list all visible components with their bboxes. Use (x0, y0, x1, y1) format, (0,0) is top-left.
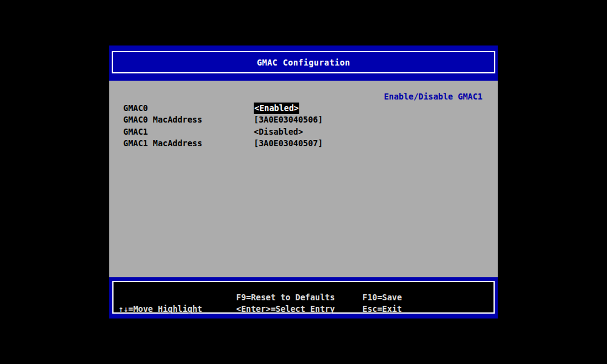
menu-item-value-selected[interactable]: <Enabled> (254, 103, 299, 114)
menu-item-label: GMAC0 (123, 103, 254, 114)
hotkey-bar: F9=Reset to Defaults F10=Save ↑↓=Move Hi… (109, 277, 498, 318)
menu-item-label: GMAC1 MacAddress (123, 138, 254, 149)
menu-item-gmac1-macaddress[interactable]: GMAC1 MacAddress [3A0E03040507] (123, 138, 323, 149)
hotkey-move-highlight: ↑↓=Move Highlight (118, 303, 202, 315)
title-bar: GMAC Configuration (109, 46, 498, 81)
hotkey-select-entry: <Enter>=Select Entry (236, 303, 335, 315)
menu-item-gmac0-macaddress[interactable]: GMAC0 MacAddress [3A0E03040506] (123, 114, 323, 126)
menu-item-label: GMAC1 (123, 126, 254, 138)
hotkey-reset-defaults: F9=Reset to Defaults (236, 292, 335, 303)
title-border-box: GMAC Configuration (112, 51, 495, 73)
menu-item-value[interactable]: <Disabled> (254, 126, 303, 138)
page-title: GMAC Configuration (257, 58, 350, 67)
bios-screen: GMAC Configuration GMAC0 <Enabled> GMAC0… (0, 0, 607, 364)
hotkey-border-box: F9=Reset to Defaults F10=Save ↑↓=Move Hi… (112, 281, 495, 314)
hotkey-exit: Esc=Exit (362, 303, 402, 315)
main-panel: GMAC0 <Enabled> GMAC0 MacAddress [3A0E03… (109, 81, 498, 277)
menu-item-value[interactable]: [3A0E03040507] (254, 138, 323, 149)
gmac-configuration-window: GMAC Configuration GMAC0 <Enabled> GMAC0… (109, 46, 498, 318)
menu-item-gmac0[interactable]: GMAC0 <Enabled> (123, 103, 323, 114)
menu-item-gmac1[interactable]: GMAC1 <Disabled> (123, 126, 323, 138)
menu-item-label: GMAC0 MacAddress (123, 114, 254, 126)
hotkey-save: F10=Save (362, 292, 402, 303)
menu-item-value[interactable]: [3A0E03040506] (254, 114, 323, 126)
item-help-text: Enable/Disable GMAC1 (384, 91, 483, 103)
settings-menu: GMAC0 <Enabled> GMAC0 MacAddress [3A0E03… (123, 103, 323, 150)
